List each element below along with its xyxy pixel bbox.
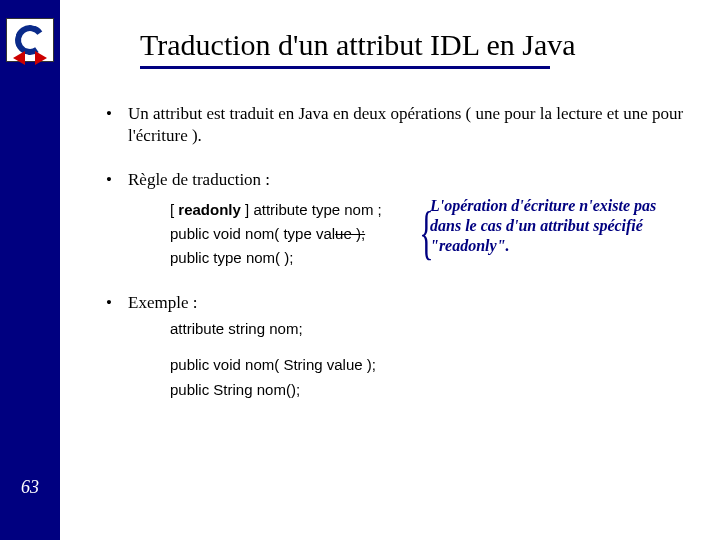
logo xyxy=(6,18,54,62)
bullet-rule: Règle de traduction : [ readonly ] attri… xyxy=(100,169,692,271)
title-underline xyxy=(140,66,550,69)
rule-l1-keyword: readonly xyxy=(178,201,241,218)
rule-l1-rest: ] attribute type nom ; xyxy=(241,201,382,218)
rule-block: [ readonly ] attribute type nom ; public… xyxy=(170,198,692,270)
rule-l2-strike: ue ); xyxy=(335,225,365,242)
bullet-intro: Un attribut est traduit en Java en deux … xyxy=(100,103,692,147)
example-line-3: public String nom(); xyxy=(170,377,692,403)
slide-title: Traduction d'un attribut IDL en Java xyxy=(140,28,692,62)
page-number: 63 xyxy=(0,477,60,498)
example-line-2: public void nom( String value ); xyxy=(170,352,692,378)
bullet-example-label: Exemple : xyxy=(128,293,197,312)
slide-content: Traduction d'un attribut IDL en Java Un … xyxy=(60,0,720,540)
sidebar: 63 xyxy=(0,0,60,540)
readonly-note: L'opération d'écriture n'existe pas dans… xyxy=(430,196,690,256)
bullet-rule-label: Règle de traduction : xyxy=(128,170,270,189)
example-block: attribute string nom; public void nom( S… xyxy=(170,316,692,403)
arrow-right-icon xyxy=(35,51,47,65)
example-line-1: attribute string nom; xyxy=(170,316,692,342)
rule-l2-pre: public void nom( type val xyxy=(170,225,335,242)
arrow-left-icon xyxy=(13,51,25,65)
bullet-example: Exemple : attribute string nom; public v… xyxy=(100,292,692,402)
